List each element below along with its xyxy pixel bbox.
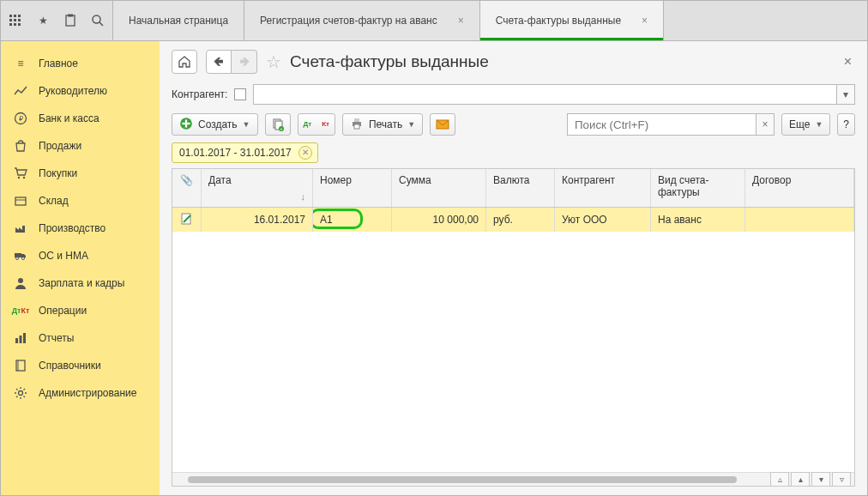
search-input[interactable] bbox=[567, 113, 756, 136]
cell-sum: 10 000,00 bbox=[433, 214, 479, 226]
scroll-down-button[interactable]: ▾ bbox=[811, 472, 830, 487]
more-button[interactable]: Еще▼ bbox=[781, 113, 830, 136]
tab-advance-invoice[interactable]: Регистрация счетов-фактур на аванс× bbox=[244, 1, 480, 40]
clear-search-button[interactable]: × bbox=[756, 113, 775, 136]
svg-line-34 bbox=[24, 396, 26, 398]
sidebar-item-admin[interactable]: Администрирование bbox=[1, 379, 160, 407]
sidebar-item-reports[interactable]: Отчеты bbox=[1, 324, 160, 352]
back-button[interactable]: 🡸 bbox=[206, 50, 232, 74]
copy-button[interactable]: + bbox=[265, 113, 291, 136]
apps-icon[interactable] bbox=[8, 13, 23, 28]
svg-rect-5 bbox=[18, 19, 21, 21]
invoice-table: 📎 Дата Номер Сумма Валюта Контрагент Вид… bbox=[172, 168, 855, 487]
date-filter-chip[interactable]: 01.01.2017 - 31.01.2017 ✕ bbox=[172, 142, 318, 163]
favorite-icon[interactable]: ☆ bbox=[266, 51, 281, 72]
button-label: ? bbox=[843, 118, 849, 130]
svg-point-11 bbox=[93, 15, 100, 23]
sidebar-item-label: Склад bbox=[39, 195, 69, 207]
tab-home[interactable]: Начальная страница bbox=[113, 1, 244, 40]
gear-icon bbox=[13, 385, 28, 401]
cart-icon bbox=[13, 166, 28, 181]
svg-rect-10 bbox=[68, 15, 73, 17]
tab-issued-invoices[interactable]: Счета-фактуры выданные× bbox=[480, 1, 664, 40]
table-row[interactable]: 16.01.2017 А1 10 000,00 руб. Уют ООО На … bbox=[172, 208, 854, 232]
ruble-icon: ₽ bbox=[13, 111, 28, 126]
column-attachment[interactable]: 📎 bbox=[172, 169, 202, 207]
sidebar-item-main[interactable]: ≡Главное bbox=[1, 50, 160, 77]
sidebar-item-production[interactable]: Производство bbox=[1, 215, 160, 242]
sidebar-item-directories[interactable]: Справочники bbox=[1, 352, 160, 379]
tab-label: Счета-фактуры выданные bbox=[496, 15, 621, 27]
sidebar-item-bank[interactable]: ₽Банк и касса bbox=[1, 105, 160, 132]
svg-rect-45 bbox=[354, 118, 359, 122]
close-icon[interactable]: × bbox=[642, 15, 648, 27]
counterparty-checkbox[interactable] bbox=[234, 88, 246, 100]
help-button[interactable]: ? bbox=[837, 113, 855, 136]
close-icon[interactable]: × bbox=[458, 15, 464, 27]
sidebar-item-assets[interactable]: ОС и НМА bbox=[1, 242, 160, 269]
create-button[interactable]: Создать ▼ bbox=[172, 113, 258, 136]
column-date[interactable]: Дата bbox=[202, 169, 313, 207]
button-label: Печать bbox=[369, 118, 402, 130]
scroll-up-button[interactable]: ▴ bbox=[791, 472, 810, 487]
sidebar-item-hr[interactable]: Зарплата и кадры bbox=[1, 269, 160, 297]
clipboard-icon[interactable] bbox=[63, 13, 78, 28]
close-page-button[interactable]: × bbox=[841, 51, 855, 73]
column-currency[interactable]: Валюта bbox=[486, 169, 555, 207]
horizontal-scrollbar[interactable]: ▵ ▴ ▾ ▿ bbox=[172, 472, 854, 486]
dtkt-icon: ДтКт bbox=[13, 303, 28, 318]
button-label: Еще bbox=[789, 118, 810, 130]
chart-icon bbox=[13, 83, 28, 99]
plus-icon bbox=[179, 117, 193, 133]
svg-rect-9 bbox=[66, 15, 75, 26]
svg-point-22 bbox=[18, 278, 23, 283]
printer-icon bbox=[350, 117, 364, 133]
column-partner[interactable]: Контрагент bbox=[555, 169, 651, 207]
sidebar-item-label: Справочники bbox=[39, 360, 101, 372]
print-button[interactable]: Печать ▼ bbox=[342, 113, 423, 136]
page-title: Счета-фактуры выданные bbox=[290, 52, 489, 71]
sidebar-item-manager[interactable]: Руководителю bbox=[1, 77, 160, 105]
svg-line-36 bbox=[24, 389, 26, 390]
sidebar-item-operations[interactable]: ДтКтОперации bbox=[1, 297, 160, 324]
column-sum[interactable]: Сумма bbox=[392, 169, 486, 207]
button-label: Создать bbox=[198, 118, 238, 130]
mail-button[interactable] bbox=[430, 113, 455, 136]
home-button[interactable] bbox=[172, 50, 197, 74]
svg-rect-24 bbox=[20, 336, 22, 343]
tab-label: Начальная страница bbox=[129, 15, 228, 27]
sidebar-item-purchases[interactable]: Покупки bbox=[1, 160, 160, 187]
svg-rect-17 bbox=[15, 197, 26, 205]
cell-partner: Уют ООО bbox=[562, 214, 607, 226]
svg-rect-25 bbox=[23, 333, 26, 343]
sidebar-item-label: Главное bbox=[39, 57, 78, 70]
top-bar: ★ Начальная страница Регистрация счетов-… bbox=[1, 1, 867, 41]
clear-date-filter-icon[interactable]: ✕ bbox=[298, 146, 312, 160]
star-icon[interactable]: ★ bbox=[35, 13, 51, 28]
forward-button[interactable]: 🡺 bbox=[232, 50, 257, 74]
sidebar-item-label: Производство bbox=[39, 222, 105, 234]
sidebar-item-warehouse[interactable]: Склад bbox=[1, 187, 160, 215]
search-icon[interactable] bbox=[90, 13, 105, 28]
svg-line-12 bbox=[99, 22, 103, 26]
sidebar-item-sales[interactable]: Продажи bbox=[1, 132, 160, 160]
column-contract[interactable]: Договор bbox=[745, 169, 854, 207]
sidebar-item-label: Банк и касса bbox=[39, 112, 99, 124]
sidebar-item-label: ОС и НМА bbox=[39, 250, 88, 262]
svg-rect-2 bbox=[18, 15, 21, 17]
truck-icon bbox=[13, 248, 28, 263]
svg-text:+: + bbox=[280, 126, 282, 131]
svg-rect-0 bbox=[9, 15, 12, 17]
column-number[interactable]: Номер bbox=[313, 169, 392, 207]
doc-icon bbox=[180, 212, 194, 228]
scroll-bottom-button[interactable]: ▿ bbox=[832, 472, 851, 487]
svg-rect-8 bbox=[18, 23, 21, 26]
cell-kind: На аванс bbox=[658, 214, 702, 226]
svg-rect-7 bbox=[14, 23, 16, 26]
scroll-top-button[interactable]: ▵ bbox=[770, 472, 789, 487]
dropdown-icon[interactable]: ▾ bbox=[836, 84, 855, 105]
sidebar-item-label: Отчеты bbox=[39, 332, 74, 344]
column-kind[interactable]: Вид счета-фактуры bbox=[651, 169, 745, 207]
dtkt-button[interactable]: ДтКт bbox=[298, 113, 335, 136]
counterparty-input[interactable] bbox=[253, 84, 836, 105]
